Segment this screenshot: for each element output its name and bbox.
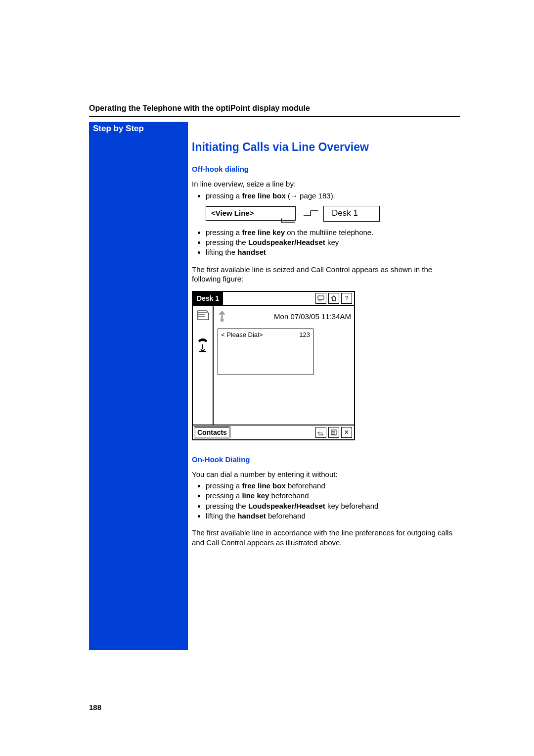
contacts-button: Contacts (194, 426, 230, 438)
text: pressing a (206, 481, 242, 490)
view-line-label: <View Line> (211, 209, 254, 217)
on-hook-after: The first available line in accordance w… (192, 528, 460, 547)
header-rule (89, 116, 460, 117)
text: beforehand (268, 512, 306, 520)
svg-rect-3 (221, 319, 223, 322)
sidebar-fill (89, 136, 188, 650)
text: lifting the (206, 248, 237, 256)
figure-timestamp: Mon 07/03/05 11:34AM (274, 312, 351, 321)
connector (305, 211, 314, 217)
dial-box: < Please Dial> 123 (218, 329, 313, 375)
page-number: 188 (89, 703, 101, 711)
svg-text:abc: abc (317, 431, 322, 434)
off-hook-after: The first available line is seized and C… (192, 265, 460, 284)
text: key (325, 238, 339, 246)
dial-num: 123 (299, 331, 310, 373)
text: beforehand (269, 491, 309, 500)
on-hook-intro: You can dial a number by entering it wit… (192, 470, 460, 479)
mic-up-icon (217, 309, 227, 325)
bold-text: free line key (242, 228, 285, 236)
abc-arrow-icon: abc (315, 427, 326, 438)
view-line-graphic: <View Line> Desk 1 (206, 206, 460, 222)
on-hook-bullet-3: pressing the Loudspeaker/Headset key bef… (206, 501, 460, 511)
note-icon (196, 309, 210, 324)
phone-display-figure: Desk 1 abc ? (192, 291, 355, 440)
text: lifting the (206, 512, 237, 520)
off-hook-bullet-2: pressing a free line key on the multilin… (206, 228, 460, 237)
off-hook-bullet-3: pressing the Loudspeaker/Headset key (206, 237, 460, 247)
figure-tab: Desk 1 (193, 292, 223, 305)
on-hook-bullet-2: pressing a line key beforehand (206, 491, 460, 501)
svg-text:abc: abc (318, 299, 323, 301)
bold-text: line key (242, 491, 269, 500)
running-header: Operating the Telephone with the optiPoi… (89, 104, 460, 113)
bold-text: free line box (242, 191, 285, 200)
text: pressing the (206, 502, 248, 510)
handset-down-icon (196, 337, 209, 354)
text: page 183). (298, 191, 335, 200)
close-icon: × (341, 427, 352, 438)
off-hook-bullet-1: pressing a free line box (→ page 183). (206, 191, 460, 201)
off-hook-intro: In line overview, seize a line by: (192, 179, 460, 189)
arrow-icon: → (290, 191, 298, 200)
text: pressing a (206, 491, 242, 500)
text: key beforehand (325, 502, 379, 510)
bold-text: handset (237, 512, 268, 520)
dial-prompt: < Please Dial> (221, 331, 263, 373)
off-hook-heading: Off-hook dialing (192, 165, 460, 173)
bold-text: Loudspeaker/Headset (248, 502, 325, 510)
main-content: Initiating Calls via Line Overview Off-h… (192, 122, 460, 549)
on-hook-bullet-1: pressing a free line box beforehand (206, 481, 460, 491)
text: pressing a (206, 191, 242, 200)
off-hook-bullet-4: lifting the handset (206, 247, 460, 257)
bold-text: free line box (242, 481, 285, 490)
text: beforehand (286, 481, 325, 490)
sidebar: Step by Step (89, 122, 188, 650)
list-icon (328, 427, 339, 438)
text: pressing a (206, 228, 242, 236)
text: ( (286, 191, 290, 200)
keyboard-icon: abc (315, 293, 326, 304)
text: on the multiline telephone. (285, 228, 373, 236)
bold-text: Loudspeaker/Headset (248, 238, 325, 246)
desk-box: Desk 1 (323, 206, 380, 222)
home-icon (328, 293, 339, 304)
sidebar-label: Step by Step (89, 122, 188, 136)
text: pressing the (206, 238, 248, 246)
section-title: Initiating Calls via Line Overview (192, 141, 460, 154)
view-line-box: <View Line> (206, 206, 296, 221)
bold-text: handset (237, 248, 266, 256)
on-hook-heading: On-Hook Dialing (192, 455, 460, 464)
help-icon: ? (341, 293, 352, 304)
on-hook-bullet-4: lifting the handset beforehand (206, 511, 460, 521)
connector-line (277, 218, 295, 225)
